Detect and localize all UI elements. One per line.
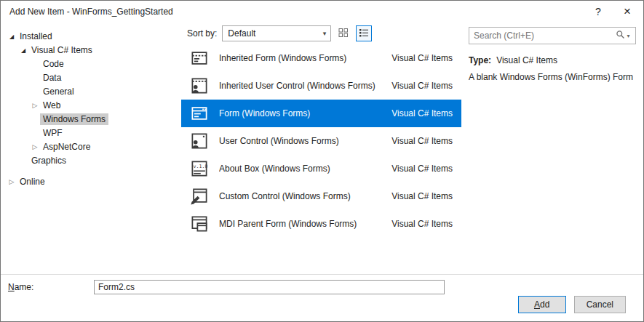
- inherited-user-control-icon: [188, 75, 210, 97]
- tree-item-label: Online: [17, 176, 48, 188]
- template-about-box[interactable]: v.1.0 About Box (Windows Forms) Visual C…: [181, 155, 461, 182]
- tree-item-wpf[interactable]: WPF: [1, 126, 181, 140]
- help-button[interactable]: ?: [585, 1, 611, 23]
- expander-expanded-icon[interactable]: [18, 43, 28, 57]
- sort-by-label: Sort by:: [187, 28, 217, 39]
- details-panel: ▾ Type:Visual C# Items A blank Windows F…: [461, 23, 643, 275]
- chevron-down-icon: ▾: [323, 26, 327, 41]
- template-form-selected[interactable]: Form (Windows Forms) Visual C# Items: [181, 100, 461, 127]
- tree-item-graphics[interactable]: Graphics: [1, 153, 181, 167]
- tree-item-label: AspNetCore: [40, 141, 93, 153]
- tree-item-label: Installed: [17, 31, 55, 42]
- grid-view-icon: [338, 27, 349, 41]
- title-bar: Add New Item - WinForms_GettingStarted ?…: [1, 1, 643, 23]
- template-category: Visual C# Items: [391, 164, 454, 174]
- name-input[interactable]: [94, 280, 445, 294]
- template-category: Visual C# Items: [391, 219, 454, 229]
- template-category: Visual C# Items: [391, 136, 454, 146]
- search-button[interactable]: ▾: [611, 28, 635, 44]
- template-name: Inherited Form (Windows Forms): [219, 53, 391, 63]
- chevron-down-icon: ▾: [627, 33, 629, 39]
- search-box: ▾: [469, 27, 636, 44]
- dialog-body: Installed Visual C# Items Code Data Gene…: [1, 23, 643, 275]
- tree-item-visual-csharp-items[interactable]: Visual C# Items: [1, 43, 181, 57]
- tree-item-label: Code: [40, 58, 67, 70]
- add-new-item-dialog: Add New Item - WinForms_GettingStarted ?…: [0, 0, 644, 322]
- tree-item-online[interactable]: Online: [1, 174, 181, 188]
- tree-item-label: WPF: [40, 127, 65, 139]
- template-description: A blank Windows Forms (WinForms) Form: [469, 72, 636, 82]
- type-label: Type:: [469, 55, 491, 65]
- mdi-parent-form-icon: [188, 213, 210, 235]
- sort-dropdown-value: Default: [228, 28, 255, 39]
- user-control-icon: [188, 130, 210, 152]
- tree-item-label: General: [40, 86, 77, 97]
- template-mdi-parent-form[interactable]: MDI Parent Form (Windows Forms) Visual C…: [181, 210, 461, 238]
- list-view-button[interactable]: [356, 25, 372, 41]
- about-box-icon: v.1.0: [188, 158, 210, 180]
- template-category: Visual C# Items: [391, 81, 454, 91]
- template-list: Inherited Form (Windows Forms) Visual C#…: [181, 44, 461, 275]
- expander-expanded-icon[interactable]: [7, 29, 17, 44]
- type-value: Visual C# Items: [496, 55, 557, 65]
- custom-control-icon: [188, 185, 210, 207]
- name-row: Name:: [8, 280, 643, 294]
- cancel-button[interactable]: Cancel: [574, 296, 626, 313]
- template-name: Form (Windows Forms): [219, 108, 391, 118]
- tree-item-data[interactable]: Data: [1, 71, 181, 84]
- template-name: About Box (Windows Forms): [219, 164, 391, 174]
- name-label: Name:: [8, 280, 94, 294]
- button-row: Add Cancel: [518, 296, 626, 313]
- template-name: MDI Parent Form (Windows Forms): [219, 219, 391, 229]
- tree-item-web[interactable]: Web: [1, 98, 181, 112]
- template-category: Visual C# Items: [391, 53, 454, 63]
- inherited-form-icon: [188, 47, 210, 69]
- svg-text:v.1.0: v.1.0: [193, 164, 207, 169]
- list-view-icon: [358, 27, 370, 41]
- tree-item-windows-forms[interactable]: Windows Forms: [1, 112, 181, 126]
- tree-item-label-selected: Windows Forms: [40, 113, 108, 125]
- tree-item-general[interactable]: General: [1, 84, 181, 98]
- search-input[interactable]: [469, 31, 611, 41]
- sort-dropdown[interactable]: Default ▾: [222, 25, 331, 41]
- template-inherited-form[interactable]: Inherited Form (Windows Forms) Visual C#…: [181, 44, 461, 72]
- template-category: Visual C# Items: [391, 108, 454, 118]
- expander-collapsed-icon[interactable]: [7, 174, 17, 189]
- tree-item-label: Data: [40, 72, 64, 84]
- dialog-title: Add New Item - WinForms_GettingStarted: [9, 1, 173, 23]
- tree-item-code[interactable]: Code: [1, 57, 181, 71]
- tree-item-installed[interactable]: Installed: [1, 29, 181, 43]
- tree-item-label: Graphics: [28, 155, 69, 166]
- template-inherited-user-control[interactable]: Inherited User Control (Windows Forms) V…: [181, 72, 461, 100]
- close-button[interactable]: ×: [614, 1, 640, 23]
- dialog-footer: Name: Add Cancel: [1, 274, 643, 321]
- form-icon: [188, 102, 210, 124]
- category-tree: Installed Visual C# Items Code Data Gene…: [1, 23, 181, 275]
- template-category: Visual C# Items: [391, 191, 454, 201]
- template-name: User Control (Windows Forms): [219, 136, 391, 146]
- template-name: Inherited User Control (Windows Forms): [219, 81, 391, 91]
- tree-item-aspnetcore[interactable]: AspNetCore: [1, 140, 181, 153]
- expander-collapsed-icon[interactable]: [30, 98, 40, 113]
- search-icon: [616, 30, 625, 41]
- template-panel: Sort by: Default ▾: [181, 23, 461, 275]
- expander-collapsed-icon[interactable]: [30, 140, 40, 154]
- template-user-control[interactable]: User Control (Windows Forms) Visual C# I…: [181, 127, 461, 155]
- medium-icons-view-button[interactable]: [335, 25, 351, 41]
- add-button[interactable]: Add: [518, 296, 566, 313]
- template-name: Custom Control (Windows Forms): [219, 191, 391, 201]
- template-custom-control[interactable]: Custom Control (Windows Forms) Visual C#…: [181, 182, 461, 210]
- type-row: Type:Visual C# Items: [469, 55, 636, 65]
- sort-bar: Sort by: Default ▾: [181, 23, 461, 44]
- tree-item-label: Web: [40, 100, 63, 111]
- tree-item-label: Visual C# Items: [28, 44, 95, 56]
